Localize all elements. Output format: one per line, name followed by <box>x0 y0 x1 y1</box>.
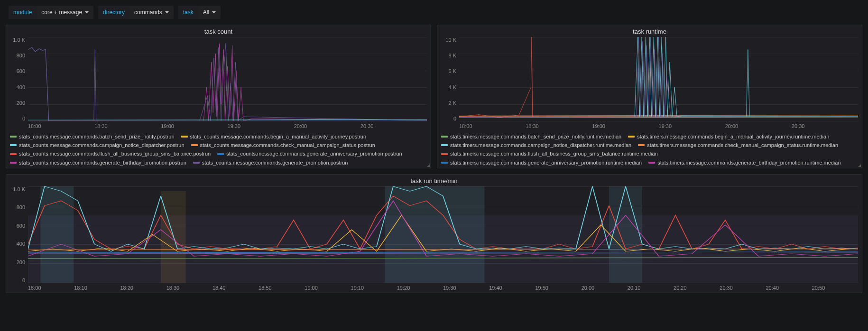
legend[interactable]: stats_counts.message.commands.batch_send… <box>10 132 427 166</box>
legend-item[interactable]: stats.timers.message.commands.generate_a… <box>441 159 642 166</box>
filter-task[interactable]: task All <box>178 6 221 19</box>
legend-label: stats.timers.message.commands.generate_b… <box>657 159 840 166</box>
chart-svg <box>28 37 427 121</box>
legend-item[interactable]: stats_counts.message.commands.batch_send… <box>10 133 175 141</box>
legend-item[interactable]: stats_counts.message.commands.generate_p… <box>193 159 348 166</box>
plot[interactable] <box>459 37 858 121</box>
legend-swatch-icon <box>441 153 448 155</box>
legend-label: stats.timers.message.commands.campaign_n… <box>450 141 631 149</box>
chart-plot-area[interactable]: 1.0 K 800 600 400 200 0 <box>10 37 427 121</box>
legend-label: stats.timers.message.commands.check_manu… <box>647 141 838 149</box>
x-axis: 18:00 18:30 19:00 19:30 20:00 20:30 <box>28 121 427 129</box>
legend-item[interactable]: stats.timers.message.commands.begin_a_ma… <box>628 133 829 141</box>
legend-swatch-icon <box>10 136 17 138</box>
legend-label: stats.timers.message.commands.flush_all_… <box>450 150 658 158</box>
y-axis: 1.0 K 800 600 400 200 0 <box>10 186 28 283</box>
legend-item[interactable]: stats_counts.message.commands.begin_a_ma… <box>181 133 367 141</box>
y-axis: 1.0 K 800 600 400 200 0 <box>10 37 28 121</box>
legend-item[interactable]: stats.timers.message.commands.flush_all_… <box>441 150 658 158</box>
legend-label: stats_counts.message.commands.batch_send… <box>19 133 175 141</box>
panel-task-run-time-min[interactable]: task run time/min 1.0 K 800 600 400 200 … <box>6 174 862 293</box>
x-axis: 18:00 18:30 19:00 19:30 20:00 20:30 <box>459 121 858 129</box>
svg-rect-3 <box>385 186 485 283</box>
filter-directory[interactable]: directory commands <box>98 6 174 19</box>
legend-label: stats_counts.message.commands.generate_p… <box>202 159 348 166</box>
chart-plot-area[interactable]: 1.0 K 800 600 400 200 0 <box>10 186 858 283</box>
legend-swatch-icon <box>217 153 224 155</box>
legend-swatch-icon <box>441 162 448 164</box>
legend-swatch-icon <box>648 162 655 164</box>
legend-item[interactable]: stats_counts.message.commands.generate_a… <box>217 150 402 158</box>
chevron-down-icon <box>165 11 169 13</box>
legend-swatch-icon <box>193 162 200 164</box>
variables-toolbar: module core + message directory commands… <box>0 0 868 25</box>
panel-title: task runtime <box>441 28 858 37</box>
chevron-down-icon <box>212 11 216 13</box>
legend-item[interactable]: stats.timers.message.commands.generate_b… <box>648 159 840 166</box>
plot[interactable] <box>28 37 427 121</box>
legend-swatch-icon <box>441 136 448 138</box>
plot[interactable] <box>28 186 858 283</box>
legend-swatch-icon <box>638 144 645 146</box>
legend-item[interactable]: stats_counts.message.commands.check_manu… <box>191 141 375 149</box>
y-axis: 10 K 8 K 6 K 4 K 2 K 0 <box>441 37 459 121</box>
legend-item[interactable]: stats.timers.message.commands.campaign_n… <box>441 141 631 149</box>
filter-value[interactable]: All <box>198 6 221 19</box>
legend-swatch-icon <box>10 162 17 164</box>
filter-value[interactable]: core + message <box>37 6 93 19</box>
legend-label: stats_counts.message.commands.check_manu… <box>200 141 375 149</box>
legend-label: stats.timers.message.commands.batch_send… <box>450 133 621 141</box>
legend-label: stats_counts.message.commands.generate_b… <box>19 159 186 166</box>
panel-title: task count <box>10 28 427 37</box>
legend-label: stats.timers.message.commands.begin_a_ma… <box>637 133 829 141</box>
legend-label: stats_counts.message.commands.flush_all_… <box>19 150 211 158</box>
panel-task-runtime[interactable]: task runtime 10 K 8 K 6 K 4 K 2 K 0 <box>437 25 862 168</box>
resize-handle-icon[interactable] <box>858 164 861 167</box>
svg-rect-4 <box>609 186 642 283</box>
legend-swatch-icon <box>10 153 17 155</box>
filter-label: module <box>9 6 37 19</box>
chevron-down-icon <box>85 11 89 13</box>
legend-swatch-icon <box>191 144 198 146</box>
legend-swatch-icon <box>10 144 17 146</box>
chart-svg <box>28 186 858 283</box>
filter-label: task <box>178 6 198 19</box>
legend-item[interactable]: stats.timers.message.commands.batch_send… <box>441 133 621 141</box>
panel-title: task run time/min <box>10 177 858 186</box>
legend-item[interactable]: stats_counts.message.commands.campaign_n… <box>10 141 185 149</box>
panel-task-count[interactable]: task count 1.0 K 800 600 400 200 0 <box>6 25 431 168</box>
legend-item[interactable]: stats_counts.message.commands.flush_all_… <box>10 150 211 158</box>
chart-svg <box>459 37 858 121</box>
svg-rect-1 <box>40 186 74 283</box>
legend-label: stats_counts.message.commands.generate_a… <box>226 150 402 158</box>
chart-plot-area[interactable]: 10 K 8 K 6 K 4 K 2 K 0 <box>441 37 858 121</box>
resize-handle-icon[interactable] <box>427 164 430 167</box>
filter-value[interactable]: commands <box>129 6 174 19</box>
filter-label: directory <box>98 6 129 19</box>
legend-label: stats_counts.message.commands.begin_a_ma… <box>190 133 367 141</box>
filter-module[interactable]: module core + message <box>9 6 93 19</box>
legend-label: stats_counts.message.commands.campaign_n… <box>19 141 185 149</box>
legend-item[interactable]: stats.timers.message.commands.check_manu… <box>638 141 838 149</box>
legend-swatch-icon <box>181 136 188 138</box>
legend[interactable]: stats.timers.message.commands.batch_send… <box>441 132 858 166</box>
legend-item[interactable]: stats_counts.message.commands.generate_b… <box>10 159 186 166</box>
legend-swatch-icon <box>441 144 448 146</box>
legend-swatch-icon <box>628 136 635 138</box>
legend-label: stats.timers.message.commands.generate_a… <box>450 159 642 166</box>
x-axis: 18:0018:1018:2018:3018:4018:5019:0019:10… <box>28 283 858 291</box>
